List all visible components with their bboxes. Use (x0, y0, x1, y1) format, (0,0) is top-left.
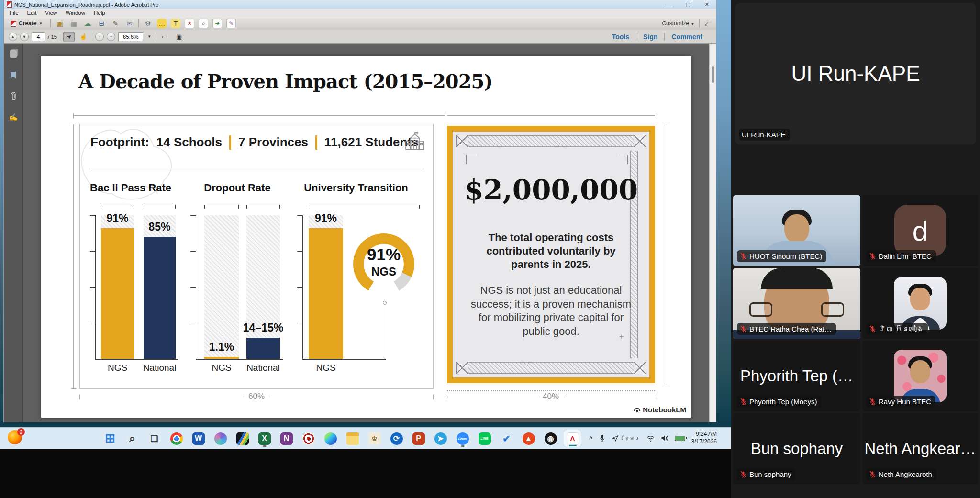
print-icon[interactable]: ⊟ (97, 19, 106, 28)
word-icon[interactable]: W (189, 430, 207, 447)
prev-page-button[interactable]: ▲ (9, 33, 17, 41)
ministry-seal-icon[interactable] (300, 430, 317, 447)
find-doc-icon[interactable]: ⌕ (199, 19, 208, 28)
browser-notification-icon[interactable]: 2 (8, 430, 24, 446)
task-view-icon[interactable]: ❏ (145, 430, 163, 447)
copilot-icon[interactable] (212, 430, 229, 447)
next-page-button[interactable]: ▼ (20, 33, 29, 41)
microphone-icon[interactable] (599, 434, 606, 442)
participant-tile[interactable]: Bun sophanyBun sophany (733, 413, 860, 484)
telegram-icon[interactable]: ➤ (432, 430, 449, 447)
fit-page-icon[interactable]: ▣ (173, 32, 185, 42)
sign-pen-icon[interactable]: ✎ (111, 19, 120, 28)
close-button[interactable]: ✕ (705, 1, 709, 8)
cloud-upload-icon[interactable]: ☁ (83, 19, 92, 28)
participant-tile[interactable]: dDalin Lim_BTEC (862, 195, 978, 266)
bar-ngs (309, 228, 343, 359)
attachments-icon[interactable] (9, 91, 18, 101)
menu-edit[interactable]: Edit (27, 10, 37, 16)
menu-view[interactable]: View (45, 10, 57, 16)
create-pdf-icon (11, 21, 16, 27)
page-thumbnails-icon[interactable] (9, 49, 18, 59)
zoom-in-button[interactable]: + (107, 33, 115, 41)
comment-tab[interactable]: Comment (665, 33, 709, 41)
participant-name-pill: UI Run-KAPE (739, 129, 790, 141)
loop-icon[interactable]: ⟳ (388, 430, 405, 447)
line-icon[interactable]: LINE (476, 430, 493, 447)
delete-pages-icon[interactable]: ✕ (185, 19, 194, 28)
participant-tile[interactable]: Ravy Hun BTEC (862, 341, 978, 411)
hand-tool-button[interactable]: ☝ (78, 32, 89, 42)
scrollbar-thumb[interactable] (712, 66, 714, 83)
acrobat-titlebar[interactable]: NGS_National_Expansion_Roadmap.pdf - Ado… (4, 0, 716, 9)
photos-icon[interactable] (234, 430, 251, 447)
excel-icon[interactable]: X (256, 430, 273, 447)
category-label: NGS (108, 363, 127, 373)
create-button[interactable]: Create ▼ (8, 19, 46, 28)
brave-icon[interactable]: ▲ (520, 430, 537, 447)
gauge-sublabel: NGS (371, 265, 396, 278)
axis-tick (90, 287, 95, 288)
search-icon[interactable]: ⌕ (123, 430, 141, 447)
participant-tile[interactable]: Neth Angkear…Neth Angkearoth (862, 413, 978, 484)
expand-icon[interactable]: ⤢ (704, 20, 709, 27)
menu-bar: FileEditViewWindowHelp (4, 9, 716, 17)
participant-tile[interactable]: Phyorith Tep (…Phyorith Tep (Moeys) (733, 341, 860, 411)
save-icon[interactable]: ▦ (69, 19, 78, 28)
export-doc-icon[interactable]: ➔ (212, 19, 222, 28)
forms-icon[interactable]: ✎ (226, 19, 236, 28)
select-tool-button[interactable]: ➤ (63, 32, 75, 42)
participant-tile[interactable]: BTEC Ratha Chea (Rat… (733, 268, 860, 339)
document-canvas[interactable]: A Decade of Proven Impact (2015–2025) 60… (23, 44, 709, 422)
x-axis (302, 359, 386, 360)
tray-chevron-icon[interactable]: ^ (589, 435, 593, 442)
email-icon[interactable]: ✉ (124, 19, 134, 28)
participant-tile[interactable]: HUOT Sinourn (BTEC) (733, 195, 860, 266)
scrolling-mode-icon[interactable]: ▭ (159, 32, 170, 42)
acrobat-icon[interactable]: Λ (564, 430, 581, 447)
menu-window[interactable]: Window (66, 10, 85, 16)
bar-track (246, 215, 280, 359)
x-marker (456, 135, 468, 147)
wifi-icon[interactable] (646, 435, 655, 442)
file-explorer-icon[interactable] (344, 430, 361, 447)
signatures-icon[interactable]: ✍ (9, 112, 18, 122)
edge-icon[interactable] (322, 430, 339, 447)
comment-bubble-icon[interactable]: … (157, 19, 167, 28)
todo-check-icon[interactable]: ✔ (498, 430, 515, 447)
location-arrow-icon[interactable] (612, 435, 618, 442)
crest-icon[interactable]: ♔ (366, 430, 383, 447)
zoom-level-input[interactable]: 65.6% (118, 32, 143, 41)
highlight-icon[interactable]: T (171, 19, 180, 28)
onenote-icon[interactable]: N (278, 430, 295, 447)
bookmarks-icon[interactable] (9, 70, 18, 80)
sign-tab[interactable]: Sign (636, 33, 664, 41)
participant-name-pill: Bun sophany (737, 468, 796, 480)
screen-share-tile[interactable]: UI Run-KAPE UI Run-KAPE (735, 3, 976, 144)
start-icon[interactable]: ⊞ (101, 430, 119, 447)
open-file-icon[interactable]: ▣ (55, 19, 65, 28)
powerpoint-icon[interactable]: P (410, 430, 427, 447)
notebooklm-tray-icon[interactable]: ◉ (542, 430, 559, 447)
participant-name: Dalin Lim_BTEC (879, 252, 932, 260)
maximize-button[interactable]: ▢ (685, 1, 690, 8)
minimize-button[interactable]: — (666, 1, 671, 8)
language-indicator[interactable]: ខ្មែរ (624, 435, 640, 441)
tray-clock[interactable]: 9:24 AM 3/17/2026 (691, 431, 717, 445)
chrome-icon[interactable] (167, 430, 185, 447)
gear-icon[interactable]: ⚙ (143, 19, 153, 28)
zoom-out-button[interactable]: − (95, 33, 104, 41)
vertical-scrollbar[interactable] (709, 44, 716, 422)
zoom-app-icon[interactable]: zoom (454, 430, 471, 447)
menu-help[interactable]: Help (94, 10, 105, 16)
zoom-dropdown-button[interactable]: ▼ (146, 32, 153, 42)
tools-tab[interactable]: Tools (605, 33, 636, 41)
speaker-icon[interactable] (661, 435, 668, 442)
battery-icon[interactable] (675, 436, 685, 441)
axis-tick (190, 287, 196, 288)
axis-tick (190, 251, 196, 252)
page-number-input[interactable]: 4 (32, 32, 45, 41)
customize-button[interactable]: Customize ▼ (662, 20, 694, 27)
menu-file[interactable]: File (10, 10, 19, 16)
participant-tile[interactable]: វិញ ប៊ុនអៀង (862, 268, 978, 339)
